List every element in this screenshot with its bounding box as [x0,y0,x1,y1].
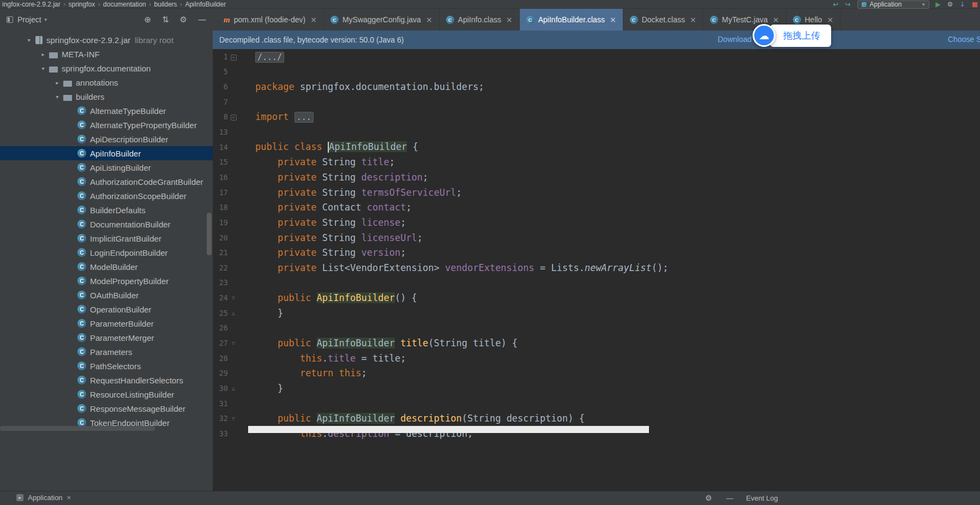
tree-item[interactable]: CAlternateTypeBuilder [0,104,213,118]
code-line[interactable]: 30▵ } [213,381,980,396]
fold-marker[interactable]: ▿ [228,414,239,422]
code-line[interactable]: 24▿ public ApiInfoBuilder() { [213,290,980,305]
run-icon[interactable]: ▶ [936,1,941,8]
scroll-from-source-icon[interactable]: ⇅ [162,15,169,25]
tree-item[interactable]: CAuthorizationScopeBuilder [0,189,213,203]
fold-marker[interactable]: ▵ [228,309,239,317]
chevron-icon[interactable]: ▸ [51,80,63,86]
code-line[interactable]: 31 [213,396,980,411]
hide-panel-icon[interactable]: — [198,15,206,25]
choose-sources-link[interactable]: Choose Sources [948,35,980,44]
tree-item[interactable]: CDocumentationBuilder [0,217,213,231]
code-line[interactable]: 22 private List<VendorExtension> vendorE… [213,260,980,275]
locate-file-icon[interactable]: ⊕ [144,15,151,25]
vertical-scrollbar[interactable] [207,213,212,255]
tab-close-icon[interactable]: × [610,15,616,24]
code-line[interactable]: 17 private String termsOfServiceUrl; [213,185,980,200]
fold-marker[interactable]: ▿ [228,339,239,347]
tree-item[interactable]: CAlternateTypePropertyBuilder [0,118,213,132]
tree-item[interactable]: ▾builders [0,89,213,104]
code-line[interactable]: 7 [213,94,980,110]
tree-item[interactable]: CResponseMessageBuilder [0,401,213,416]
tree-item[interactable]: CImplicitGrantBuilder [0,231,213,245]
back-icon[interactable]: ↩ [833,1,838,8]
tree-item[interactable]: ▾springfox.documentation [0,61,213,75]
drag-upload-button[interactable]: 拖拽上传 [770,25,831,47]
code-line[interactable]: 32▿ public ApiInfoBuilder description(St… [213,411,980,426]
tree-item[interactable]: CPathSelectors [0,359,213,373]
chevron-icon[interactable]: ▾ [37,65,49,71]
run-tool-window-tab[interactable]: ▸ Application × [16,494,71,502]
tab-close-icon[interactable]: × [690,15,696,24]
code-line[interactable]: 19 private String license; [213,215,980,230]
hide-icon[interactable]: — [726,494,734,502]
settings-icon[interactable]: ⚙ [180,15,187,25]
code-line[interactable]: 20 private String licenseUrl; [213,230,980,245]
tree-item[interactable]: CApiDescriptionBuilder [0,132,213,146]
tree-item[interactable]: CParameters [0,345,213,359]
tab-close-icon[interactable]: × [506,15,513,24]
code-line[interactable]: 8+import ... [213,110,980,125]
cloud-upload-icon[interactable]: ☁ [753,24,775,47]
tree-item[interactable]: ▾springfox-core-2.9.2.jarlibrary root [0,33,213,47]
breadcrumb-item[interactable]: builders [154,1,177,8]
tree-item[interactable]: CParameterMerger [0,330,213,345]
tree-item[interactable]: CAuthorizationCodeGrantBuilder [0,175,213,189]
code-line[interactable]: 6package springfox.documentation.builder… [213,79,980,94]
code-line[interactable]: 18 private Contact contact; [213,200,980,215]
code-line[interactable]: 29 return this; [213,365,980,381]
code-line[interactable]: 25▵ } [213,305,980,321]
breadcrumb-item[interactable]: ApiInfoBuilder [185,1,226,8]
breadcrumb-item[interactable]: ingfox-core-2.9.2.jar [2,1,61,8]
run-configuration-select[interactable]: Application ▾ [857,1,929,9]
forward-icon[interactable]: ↪ [845,1,851,8]
fold-marker[interactable]: + [228,53,239,61]
breadcrumb-item[interactable]: springfox [69,1,95,8]
editor-tab[interactable]: CDocket.class× [623,9,704,31]
chevron-icon[interactable]: ▸ [37,51,49,57]
code-line[interactable]: 27▿ public ApiInfoBuilder title(String t… [213,335,980,351]
code-line[interactable]: 5 [213,64,980,80]
settings-icon[interactable]: ⚙ [947,1,953,8]
code-line[interactable]: 14public class ApiInfoBuilder { [213,140,980,155]
code-line[interactable]: 16 private String description; [213,170,980,185]
chevron-down-icon[interactable]: ▾ [45,17,47,22]
tab-close-icon[interactable]: × [773,15,779,24]
tree-item[interactable]: CApiListingBuilder [0,160,213,175]
tab-close-icon[interactable]: × [827,15,833,24]
editor-tab[interactable]: mpom.xml (foodie-dev)× [217,9,324,31]
fold-marker[interactable]: ▵ [228,384,239,392]
code-line[interactable]: 26 [213,321,980,336]
close-icon[interactable]: × [67,494,71,502]
editor-tab[interactable]: CMySwaggerConfig.java× [324,9,440,31]
tree-item[interactable]: COAuthBuilder [0,288,213,302]
tab-close-icon[interactable]: × [310,15,317,24]
tree-item[interactable]: ▸annotations [0,75,213,89]
horizontal-scrollbar[interactable] [0,426,155,431]
tree-item[interactable]: CBuilderDefaults [0,203,213,217]
tree-item[interactable]: CModelPropertyBuilder [0,274,213,288]
code-line[interactable]: 15 private String title; [213,154,980,170]
code-line[interactable]: 23 [213,275,980,291]
tree-item[interactable]: CLoginEndpointBuilder [0,245,213,260]
tree-item[interactable]: CParameterBuilder [0,316,213,330]
editor-tab[interactable]: CApiInfoBuilder.class× [520,9,623,31]
code-line[interactable]: 1+/.../ [213,49,980,64]
settings-icon[interactable]: ⚙ [705,494,712,502]
tree-item[interactable]: CRequestHandlerSelectors [0,373,213,387]
tree-item[interactable]: COperationBuilder [0,302,213,316]
tree-item[interactable]: CResourceListingBuilder [0,387,213,401]
code-editor[interactable]: 1+/.../56package springfox.documentation… [213,49,980,491]
code-line[interactable]: 28 this.title = title; [213,351,980,366]
fold-marker[interactable]: + [228,113,239,121]
code-line[interactable]: 13 [213,124,980,140]
code-line[interactable]: 21 private String version; [213,245,980,260]
breadcrumb-item[interactable]: documentation [103,1,146,8]
tree-item[interactable]: CApiInfoBuilder [0,146,213,160]
fold-marker[interactable]: ▿ [228,294,239,302]
chevron-icon[interactable]: ▾ [23,37,35,43]
tab-close-icon[interactable]: × [426,15,432,24]
editor-tab[interactable]: CApiInfo.class× [440,9,520,31]
update-icon[interactable]: ↓ [960,1,965,8]
event-log-button[interactable]: Event Log [746,494,778,502]
